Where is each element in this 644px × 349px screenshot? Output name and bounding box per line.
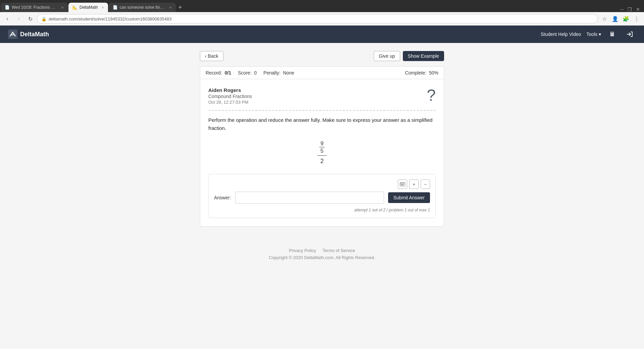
score-label: Score: 0 [238,70,257,76]
tab-title-3: can someone solve this plz - Bra... [120,5,166,10]
maximize-button[interactable]: ❐ [628,7,632,12]
tab-close-2[interactable]: ✕ [101,6,104,9]
attempt-info: attempt 1 out of 2 / problem 1 out of ma… [214,208,430,212]
calculator-icon[interactable]: 🖩 [606,28,619,40]
svg-rect-10 [404,184,404,185]
penalty-value: None [283,70,294,76]
tab-title-1: Wed 10/28: Fractions Review [12,5,58,10]
browser-tab-3[interactable]: 📄 can someone solve this plz - Bra... ✕ [109,3,176,12]
tab-title-2: DeltaMath [79,5,98,10]
lock-icon: 🔒 [41,16,47,21]
svg-rect-6 [404,183,404,184]
problem-instruction: Perform the operation and reduce the ans… [208,116,436,132]
svg-rect-3 [400,183,401,184]
help-icon[interactable]: ? [427,87,436,103]
problem-date: Oct 28, 12:27:03 PM [208,100,252,105]
copyright-text: Copyright © 2020 DeltaMath.com. All Righ… [5,255,639,260]
tab-favicon-2: 📐 [72,5,77,10]
outer-frac-line [317,155,327,156]
numerator-fraction: 9 5 [319,140,325,154]
give-up-button[interactable]: Give up [374,51,400,61]
browser-tab-1[interactable]: 📄 Wed 10/28: Fractions Review ✕ [1,3,68,12]
add-element-button[interactable]: + [409,180,419,189]
svg-rect-9 [402,184,403,185]
action-bar: ‹ Back Give up Show Example [200,51,444,61]
header-nav: Student Help Video Tools ▾ 🖩 [541,28,636,40]
main-content: ‹ Back Give up Show Example Record: 0/1 … [195,43,449,235]
app-header: DeltaMath Student Help Video Tools ▾ 🖩 [0,26,644,43]
tab-close-1[interactable]: ✕ [61,6,64,9]
record-bar: Record: 0/1 Score: 0 Penalty: None Compl… [200,66,444,79]
problem-card: Aiden Rogers Compound Fractions Oct 28, … [200,79,444,227]
record-value: 0/1 [225,70,231,76]
complete-label: Complete: 50% [405,70,438,76]
svg-rect-4 [401,183,402,184]
show-example-button[interactable]: Show Example [403,51,444,61]
logo-text: DeltaMath [20,31,49,38]
svg-rect-0 [8,30,17,39]
privacy-policy-link[interactable]: Privacy Policy [289,248,316,253]
answer-input[interactable] [235,192,384,204]
svg-rect-8 [401,184,402,185]
tab-favicon-1: 📄 [5,5,10,10]
remove-element-button[interactable]: − [421,180,430,189]
answer-tools: + − [214,180,430,189]
frac-numerator-top: 9 [321,140,324,147]
minimize-button[interactable]: ─ [620,7,624,12]
back-button[interactable]: ‹ Back [200,51,223,61]
url-text: deltamath.com/student/solve/11945332/cus… [49,16,171,21]
logo-icon [8,30,17,39]
answer-label: Answer: [214,195,231,200]
complete-value: 50% [429,70,438,76]
keyboard-tool-button[interactable] [398,180,407,189]
frac-numerator-bottom: 5 [321,148,324,154]
browser-tab-2[interactable]: 📐 DeltaMath ✕ [68,3,108,12]
answer-area: + − Answer: Submit Answer attempt 1 out … [208,174,436,218]
problem-header: Aiden Rogers Compound Fractions Oct 28, … [208,87,436,105]
action-bar-right: Give up Show Example [374,51,444,61]
student-help-link[interactable]: Student Help Video [541,32,581,37]
score-value: 0 [254,70,257,76]
settings-icon[interactable]: ⋮ [632,14,641,23]
student-name: Aiden Rogers [208,87,252,93]
address-bar[interactable]: 🔒 deltamath.com/student/solve/11945332/c… [37,14,598,23]
penalty-label: Penalty: None [263,70,294,76]
bookmark-icon[interactable]: ☆ [600,14,609,23]
app-logo[interactable]: DeltaMath [8,30,49,39]
tools-chevron-icon: ▾ [599,32,601,37]
problem-subject: Compound Fractions [208,94,252,99]
forward-nav-button[interactable]: › [14,14,23,23]
problem-meta: Aiden Rogers Compound Fractions Oct 28, … [208,87,252,105]
back-nav-button[interactable]: ‹ [3,14,12,23]
svg-rect-7 [400,184,401,185]
tools-menu[interactable]: Tools ▾ [586,32,601,37]
record-label: Record: 0/1 [206,70,231,76]
compound-fraction: 9 5 2 [317,140,327,166]
tab-close-3[interactable]: ✕ [169,6,172,9]
reload-button[interactable]: ↻ [25,14,35,23]
problem-divider [208,110,436,111]
svg-rect-5 [402,183,403,184]
close-window-button[interactable]: ✕ [636,7,640,12]
profile-icon[interactable]: 👤 [610,14,620,23]
inner-frac-line [319,147,325,147]
footer: Privacy Policy Terms of Service Copyrigh… [0,235,644,267]
logout-icon[interactable] [624,28,636,40]
extensions-icon[interactable]: 🧩 [621,14,631,23]
tools-label: Tools [586,32,597,37]
svg-rect-11 [401,185,404,185]
submit-answer-button[interactable]: Submit Answer [388,192,430,203]
frac-denominator: 2 [320,157,324,165]
record-text-group: Record: 0/1 Score: 0 Penalty: None [206,70,294,76]
terms-of-service-link[interactable]: Terms of Service [323,248,355,253]
new-tab-button[interactable]: + [176,3,185,12]
answer-row: Answer: Submit Answer [214,192,430,204]
fraction-display: 9 5 2 [208,140,436,166]
tab-favicon-3: 📄 [113,5,118,10]
